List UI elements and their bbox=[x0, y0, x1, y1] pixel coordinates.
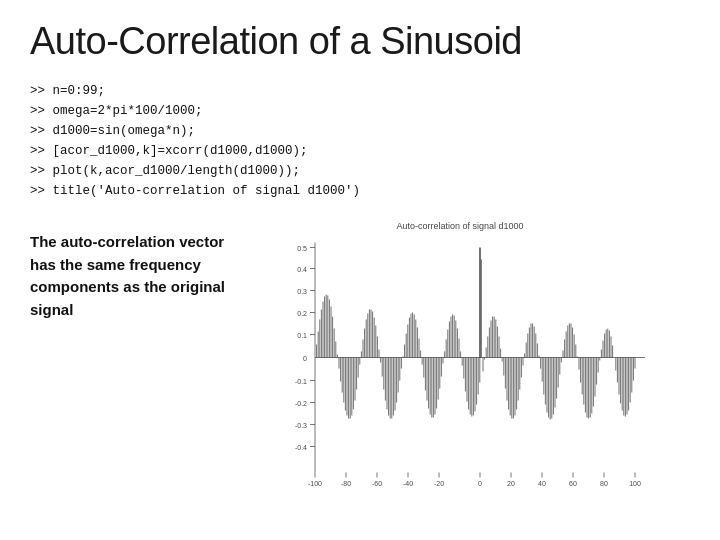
svg-text:0.3: 0.3 bbox=[297, 288, 307, 295]
code-line-4: >> [acor_d1000,k]=xcorr(d1000,d1000); bbox=[30, 141, 690, 161]
svg-text:20: 20 bbox=[507, 480, 515, 487]
svg-text:80: 80 bbox=[600, 480, 608, 487]
svg-text:-0.2: -0.2 bbox=[295, 400, 307, 407]
description-text: The auto-correlation vector has the same… bbox=[30, 221, 230, 321]
svg-text:0: 0 bbox=[478, 480, 482, 487]
svg-text:0.4: 0.4 bbox=[297, 266, 307, 273]
code-line-1: >> n=0:99; bbox=[30, 81, 690, 101]
page: Auto-Correlation of a Sinusoid >> n=0:99… bbox=[0, 0, 720, 540]
chart-title: Auto-correlation of signal d1000 bbox=[270, 221, 650, 231]
chart-svg: 0.5 0.4 0.3 0.2 0.1 0 bbox=[270, 235, 650, 495]
svg-text:-20: -20 bbox=[434, 480, 444, 487]
svg-text:0.2: 0.2 bbox=[297, 310, 307, 317]
code-line-6: >> title('Auto-correlation of signal d10… bbox=[30, 181, 690, 201]
page-title: Auto-Correlation of a Sinusoid bbox=[30, 20, 690, 63]
code-line-2: >> omega=2*pi*100/1000; bbox=[30, 101, 690, 121]
chart-area: Auto-correlation of signal d1000 0.5 0.4 bbox=[270, 221, 650, 501]
svg-text:100: 100 bbox=[629, 480, 641, 487]
code-line-5: >> plot(k,acor_d1000/length(d1000)); bbox=[30, 161, 690, 181]
svg-text:0.5: 0.5 bbox=[297, 245, 307, 252]
svg-text:60: 60 bbox=[569, 480, 577, 487]
chart-container: Auto-correlation of signal d1000 0.5 0.4 bbox=[270, 221, 690, 501]
svg-text:0: 0 bbox=[303, 355, 307, 362]
svg-text:-80: -80 bbox=[341, 480, 351, 487]
code-block: >> n=0:99; >> omega=2*pi*100/1000; >> d1… bbox=[30, 81, 690, 201]
svg-text:-0.1: -0.1 bbox=[295, 378, 307, 385]
code-line-3: >> d1000=sin(omega*n); bbox=[30, 121, 690, 141]
svg-text:-100: -100 bbox=[308, 480, 322, 487]
xcorr-plot bbox=[315, 248, 635, 420]
svg-text:-0.3: -0.3 bbox=[295, 422, 307, 429]
svg-text:40: 40 bbox=[538, 480, 546, 487]
svg-text:-40: -40 bbox=[403, 480, 413, 487]
svg-text:-60: -60 bbox=[372, 480, 382, 487]
svg-text:-0.4: -0.4 bbox=[295, 444, 307, 451]
svg-text:0.1: 0.1 bbox=[297, 332, 307, 339]
content-area: The auto-correlation vector has the same… bbox=[30, 221, 690, 501]
